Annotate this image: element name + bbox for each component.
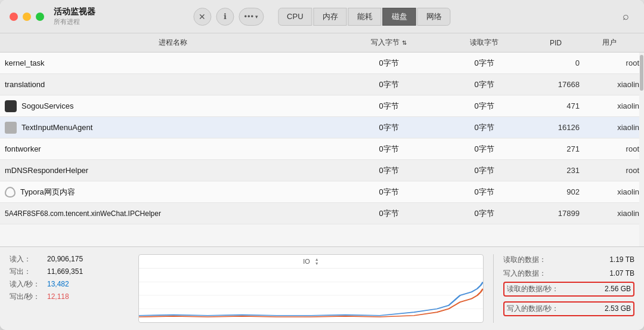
table-row[interactable]: fontworker 0字节 0字节 271 root [0, 138, 644, 160]
activity-monitor-window: 活动监视器 所有进程 ✕ ℹ ••• ▾ CPU 内存 [0, 0, 644, 330]
row-pid: 902 [532, 187, 580, 196]
stat-row-write-per-sec: 写出/秒： 12,118 [10, 292, 129, 302]
titlebar: 活动监视器 所有进程 ✕ ℹ ••• ▾ CPU 内存 [0, 0, 644, 33]
tab-memory[interactable]: 内存 [314, 8, 347, 26]
maximize-button[interactable] [36, 13, 44, 21]
row-user: xiaolin [580, 123, 639, 132]
row-user: xiaolin [580, 80, 639, 89]
row-read-bytes: 0字节 [436, 208, 532, 219]
table-header: 进程名称 写入字节 ⇅ 读取字节 PID 用户 [0, 33, 644, 53]
row-read-bytes: 0字节 [436, 79, 532, 90]
table-row[interactable]: TextInputMenuAgent 0字节 0字节 16126 xiaolin [0, 117, 644, 138]
row-user: root [580, 144, 639, 153]
table-body: kernel_task 0字节 0字节 0 root translationd … [0, 53, 644, 246]
minimize-button[interactable] [23, 13, 31, 21]
row-name: SogouServices [5, 100, 341, 112]
row-read-bytes: 0字节 [436, 165, 532, 176]
search-icon: ⌕ [623, 10, 629, 23]
stat-label-write-out: 写出： [10, 267, 42, 277]
stat-row-write-out: 写出： 11,669,351 [10, 267, 129, 277]
stat-value-read-data-per-sec: 2.56 GB [605, 285, 631, 293]
close-button[interactable] [10, 13, 18, 21]
row-write-bytes: 0字节 [341, 187, 436, 198]
stop-icon: ✕ [199, 12, 206, 21]
stat-value-read-per-sec: 13,482 [47, 280, 69, 288]
tab-disk[interactable]: 磁盘 [383, 8, 416, 26]
chart-canvas [139, 269, 483, 322]
app-icon [5, 100, 17, 112]
table-row[interactable]: kernel_task 0字节 0字节 0 root [0, 53, 644, 74]
tab-cpu[interactable]: CPU [278, 8, 312, 26]
dropdown-arrow-icon: ▾ [255, 14, 258, 20]
row-read-bytes: 0字节 [436, 187, 532, 198]
row-write-bytes: 0字节 [341, 101, 436, 112]
scrollbar-thumb[interactable] [640, 55, 643, 91]
sort-down-icon: ▼ [315, 261, 319, 266]
row-write-bytes: 0字节 [341, 58, 436, 69]
stat-row-read-data-per-sec: 读取的数据/秒： 2.56 GB [503, 282, 634, 297]
row-name: fontworker [5, 144, 341, 153]
row-read-bytes: 0字节 [436, 101, 532, 112]
th-read-bytes[interactable]: 读取字节 [436, 38, 532, 48]
row-pid: 231 [532, 166, 580, 175]
stat-value-read-data: 1.19 TB [609, 255, 634, 264]
row-pid: 271 [532, 144, 580, 153]
stats-left: 读入： 20,906,175 写出： 11,669,351 读入/秒： 13,4… [10, 254, 129, 323]
table-row[interactable]: translationd 0字节 0字节 17668 xiaolin [0, 74, 644, 95]
row-name: translationd [5, 80, 341, 89]
stat-label-write-data: 写入的数据： [503, 269, 546, 279]
stat-label-read-in: 读入： [10, 254, 42, 264]
table-row[interactable]: SogouServices 0字节 0字节 471 xiaolin [0, 95, 644, 117]
chart-svg [139, 269, 483, 322]
row-name: mDNSResponderHelper [5, 166, 341, 175]
row-user: root [580, 58, 639, 67]
stat-value-write-out: 11,669,351 [47, 267, 83, 276]
stat-row-read-in: 读入： 20,906,175 [10, 254, 129, 264]
search-button[interactable]: ⌕ [617, 8, 634, 26]
info-icon: ℹ [224, 12, 227, 21]
row-read-bytes: 0字节 [436, 122, 532, 133]
row-write-bytes: 0字节 [341, 122, 436, 133]
scrollbar-track[interactable] [639, 53, 644, 246]
chart-sort-buttons[interactable]: ▲ ▼ [315, 257, 319, 266]
sort-up-icon: ▲ [315, 257, 319, 261]
stats-right: 读取的数据： 1.19 TB 写入的数据： 1.07 TB 读取的数据/秒： 2… [503, 254, 634, 323]
row-write-bytes: 0字节 [341, 165, 436, 176]
row-name: kernel_task [5, 58, 341, 67]
stat-label-read-per-sec: 读入/秒： [10, 279, 42, 289]
tab-group: CPU 内存 能耗 磁盘 网络 [278, 8, 450, 26]
row-user: xiaolin [580, 209, 639, 218]
row-pid: 17668 [532, 80, 580, 89]
tab-network[interactable]: 网络 [417, 8, 451, 26]
info-button[interactable]: ℹ [216, 8, 234, 26]
table-row[interactable]: mDNSResponderHelper 0字节 0字节 231 root [0, 160, 644, 181]
row-user: root [580, 166, 639, 175]
th-name[interactable]: 进程名称 [5, 38, 341, 48]
th-user[interactable]: 用户 [580, 38, 639, 48]
panel-divider [493, 254, 494, 323]
stat-row-write-data: 写入的数据： 1.07 TB [503, 268, 634, 279]
row-read-bytes: 0字节 [436, 58, 532, 69]
table-row[interactable]: Typora网页内容 0字节 0字节 902 xiaolin [0, 181, 644, 203]
tab-energy[interactable]: 能耗 [348, 8, 382, 26]
row-pid: 16126 [532, 123, 580, 132]
stop-button[interactable]: ✕ [193, 8, 211, 26]
th-write-bytes[interactable]: 写入字节 ⇅ [341, 38, 436, 48]
row-user: xiaolin [580, 187, 639, 196]
chart-header: IO ▲ ▼ [139, 255, 483, 269]
stat-value-write-per-sec: 12,118 [47, 292, 69, 301]
io-chart: IO ▲ ▼ [138, 254, 484, 323]
app-icon [5, 122, 17, 134]
app-title: 活动监视器 所有进程 [54, 7, 95, 26]
table-row[interactable]: 5A4RF8SF68.com.tencent.xinWeChat.IPCHelp… [0, 203, 644, 224]
more-button[interactable]: ••• ▾ [239, 8, 264, 26]
th-pid[interactable]: PID [532, 39, 580, 47]
app-title-sub: 所有进程 [54, 17, 95, 26]
stat-label-read-data: 读取的数据： [503, 255, 546, 265]
more-icon: ••• [244, 12, 254, 21]
row-read-bytes: 0字节 [436, 144, 532, 155]
row-write-bytes: 0字节 [341, 208, 436, 219]
stat-label-write-per-sec: 写出/秒： [10, 292, 42, 302]
app-title-main: 活动监视器 [54, 7, 95, 17]
stat-row-read-per-sec: 读入/秒： 13,482 [10, 279, 129, 289]
